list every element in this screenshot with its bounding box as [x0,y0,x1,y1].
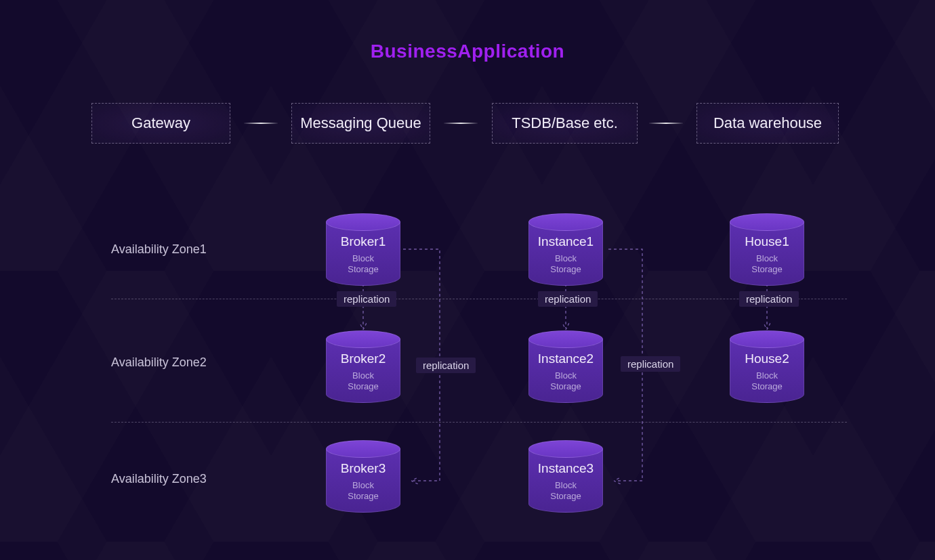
node-broker2: Broker2 BlockStorage [326,330,400,403]
node-broker1: Broker1 BlockStorage [326,213,400,286]
node-broker1-storage: BlockStorage [331,253,396,276]
node-broker3-name: Broker3 [331,461,396,476]
box-messaging-queue: Messaging Queue [291,103,430,144]
box-gateway: Gateway [91,103,230,144]
connector-tsdb-dw [649,123,683,124]
replication-tag-instances-v: replication [538,291,598,307]
box-dw-label: Data warehouse [713,114,822,132]
node-house2-storage: BlockStorage [734,370,799,393]
zone-divider-2-3 [111,422,847,423]
node-broker3: Broker3 BlockStorage [326,440,400,513]
zone1-label: Availability Zone1 [111,242,207,257]
box-tsdb-label: TSDB/Base etc. [512,114,618,132]
box-mq-label: Messaging Queue [300,114,421,132]
node-instance3-name: Instance3 [533,461,598,476]
box-data-warehouse: Data warehouse [697,103,839,144]
node-instance3: Instance3 BlockStorage [528,440,603,513]
node-house2: House2 BlockStorage [730,330,804,403]
diagram-stage: BusinessApplication Gateway Messaging Qu… [0,0,935,560]
node-house1: House1 BlockStorage [730,213,804,286]
replication-tag-instances-side: replication [621,356,680,372]
node-instance1: Instance1 BlockStorage [528,213,603,286]
node-house1-storage: BlockStorage [734,253,799,276]
node-broker3-storage: BlockStorage [331,480,396,502]
node-broker1-name: Broker1 [331,234,396,249]
node-broker2-name: Broker2 [331,351,396,366]
node-instance3-storage: BlockStorage [533,480,598,502]
node-broker2-storage: BlockStorage [331,370,396,393]
node-instance2: Instance2 BlockStorage [528,330,603,403]
zone3-label: Availability Zone3 [111,472,207,486]
zone2-label: Availability Zone2 [111,356,207,370]
node-instance2-name: Instance2 [533,351,598,366]
node-instance1-name: Instance1 [533,234,598,249]
diagram-title: BusinessApplication [0,41,935,62]
replication-tag-houses-v: replication [739,291,799,307]
connector-mq-tsdb [444,123,478,124]
node-house1-name: House1 [734,234,799,249]
node-instance1-storage: BlockStorage [533,253,598,276]
box-tsdb: TSDB/Base etc. [492,103,638,144]
zone-divider-1-2 [111,299,847,299]
replication-tag-brokers-v: replication [337,291,396,307]
node-instance2-storage: BlockStorage [533,370,598,393]
replication-tag-brokers-side: replication [416,358,476,373]
node-house2-name: House2 [734,351,799,366]
box-gateway-label: Gateway [131,114,190,132]
connector-gateway-mq [244,123,278,124]
